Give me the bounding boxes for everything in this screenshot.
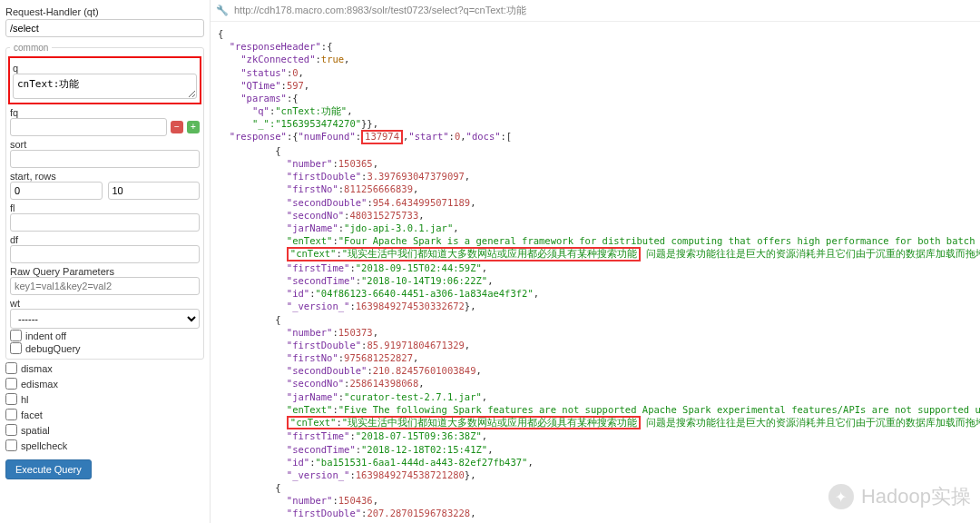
debug-check[interactable]: debugQuery [10,342,200,354]
q-label: q [13,63,197,74]
execute-query-button[interactable]: Execute Query [5,459,92,479]
fq-label: fq [10,107,200,118]
edismax-check[interactable]: edismax [5,378,204,390]
common-legend: common [10,43,52,53]
raw-input[interactable] [10,277,200,295]
handler-label: Request-Handler (qt) [5,6,204,17]
wt-label: wt [10,298,200,309]
hl-check[interactable]: hl [5,393,204,405]
startrows-label: start, rows [10,171,200,182]
df-label: df [10,234,200,245]
facet-check[interactable]: facet [5,409,204,420]
request-url-link[interactable]: http://cdh178.macro.com:8983/solr/test07… [234,4,526,17]
url-bar: 🔧 http://cdh178.macro.com:8983/solr/test… [211,0,980,22]
start-input[interactable] [10,182,103,200]
remove-fq-icon[interactable]: − [171,121,183,133]
raw-label: Raw Query Parameters [10,266,200,277]
sort-input[interactable] [10,150,200,168]
indent-check[interactable]: indent off [10,330,200,341]
sort-label: sort [10,139,200,150]
query-panel: Request-Handler (qt) common q fq − + sor… [0,0,211,523]
rows-input[interactable] [108,182,201,200]
fl-label: fl [10,202,200,213]
common-fieldset: common q fq − + sort start, rows fl df [5,43,204,360]
wt-select[interactable]: ------ [10,309,200,329]
df-input[interactable] [10,245,200,263]
fq-input[interactable] [10,118,167,136]
spellcheck-check[interactable]: spellcheck [5,439,204,451]
q-input[interactable] [13,74,197,99]
handler-input[interactable] [5,19,204,37]
json-response[interactable]: { "responseHeader":{ "zkConnected":true,… [211,22,980,523]
wrench-icon: 🔧 [216,5,229,16]
results-panel: 🔧 http://cdh178.macro.com:8983/solr/test… [211,0,980,523]
add-fq-icon[interactable]: + [187,121,200,133]
dismax-check[interactable]: dismax [5,362,204,374]
spatial-check[interactable]: spatial [5,424,204,436]
fl-input[interactable] [10,213,200,232]
